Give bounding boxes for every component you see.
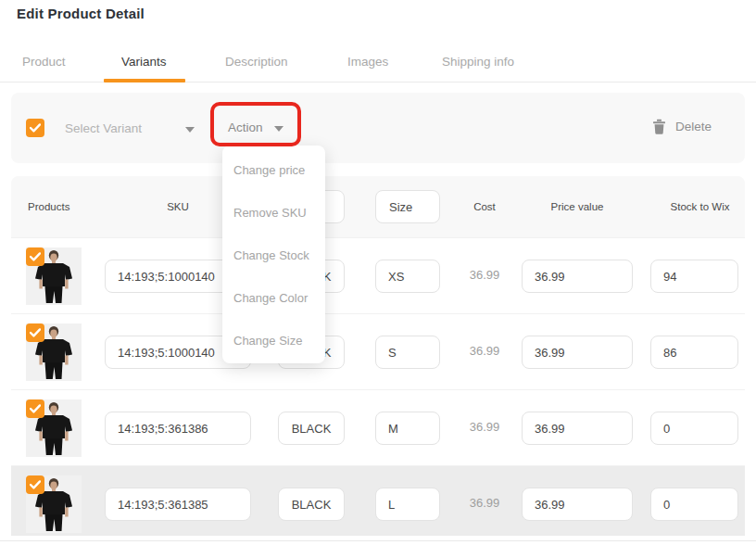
tab-images[interactable]: Images	[347, 55, 388, 69]
action-dropdown[interactable]: Action	[228, 120, 263, 134]
checkmark-icon	[30, 404, 41, 413]
variant-toolbar: Select Variant	[11, 93, 745, 163]
table-row: 36.99	[11, 389, 745, 465]
row-checkbox[interactable]	[26, 247, 44, 266]
price-input[interactable]	[522, 488, 633, 521]
table-header-row: Products SKU Color Size Cost Price value…	[11, 176, 745, 237]
stock-input[interactable]	[650, 336, 738, 369]
delete-button-label: Delete	[675, 120, 712, 133]
price-input[interactable]	[522, 412, 633, 445]
color-input[interactable]	[278, 412, 345, 445]
menu-item-change-size[interactable]: Change Size	[222, 319, 325, 361]
tab-product[interactable]: Product	[22, 55, 66, 69]
menu-item-change-color[interactable]: Change Color	[222, 276, 325, 319]
header-products: Products	[28, 201, 69, 212]
table-row: 36.99	[11, 237, 745, 313]
chevron-down-icon[interactable]	[185, 127, 195, 133]
select-all-checkbox[interactable]	[26, 119, 44, 137]
cost-value: 36.99	[438, 344, 531, 358]
checkmark-icon	[30, 480, 41, 489]
header-stock-to-wix: Stock to Wix	[650, 201, 750, 212]
stock-input[interactable]	[650, 260, 738, 293]
menu-item-remove-sku[interactable]: Remove SKU	[222, 191, 325, 234]
tab-bar: Product Variants Description Images Ship…	[0, 46, 756, 82]
row-checkbox[interactable]	[26, 475, 44, 494]
size-input[interactable]	[375, 260, 440, 293]
tab-variants[interactable]: Variants	[121, 55, 167, 69]
sku-input[interactable]	[105, 488, 251, 521]
cost-value: 36.99	[438, 420, 531, 434]
chevron-down-icon[interactable]	[274, 126, 284, 132]
header-size-box[interactable]: Size	[375, 190, 440, 223]
size-input[interactable]	[375, 412, 440, 445]
size-input[interactable]	[375, 488, 440, 521]
bottom-divider	[0, 540, 756, 541]
color-input[interactable]	[278, 488, 345, 521]
header-price-value: Price value	[522, 201, 633, 212]
tab-shipping-info[interactable]: Shipping info	[442, 55, 514, 69]
menu-item-change-stock[interactable]: Change Stock	[222, 234, 325, 276]
page-title: Edit Product Detail	[17, 6, 145, 21]
checkmark-icon	[30, 328, 41, 337]
size-input[interactable]	[375, 336, 440, 369]
price-input[interactable]	[522, 336, 633, 369]
stock-input[interactable]	[650, 488, 738, 521]
row-checkbox[interactable]	[26, 323, 44, 342]
action-dropdown-menu: Change price Remove SKU Change Stock Cha…	[222, 146, 325, 363]
checkmark-icon	[30, 252, 41, 261]
header-cost: Cost	[438, 201, 531, 212]
delete-button[interactable]: Delete	[652, 119, 712, 134]
table-row: 36.99	[11, 313, 745, 389]
select-variant-dropdown[interactable]: Select Variant	[65, 121, 142, 135]
stock-input[interactable]	[650, 412, 738, 445]
variants-table: Products SKU Color Size Cost Price value…	[11, 176, 745, 536]
sku-input[interactable]	[105, 412, 251, 445]
menu-item-change-price[interactable]: Change price	[222, 148, 325, 191]
trash-icon	[652, 119, 666, 134]
table-row: 36.99	[11, 465, 745, 536]
price-input[interactable]	[522, 260, 633, 293]
cost-value: 36.99	[438, 268, 531, 282]
tab-description[interactable]: Description	[225, 55, 288, 69]
active-tab-underline	[104, 79, 185, 82]
row-checkbox[interactable]	[26, 399, 44, 418]
cost-value: 36.99	[438, 496, 531, 510]
checkmark-icon	[30, 123, 41, 133]
